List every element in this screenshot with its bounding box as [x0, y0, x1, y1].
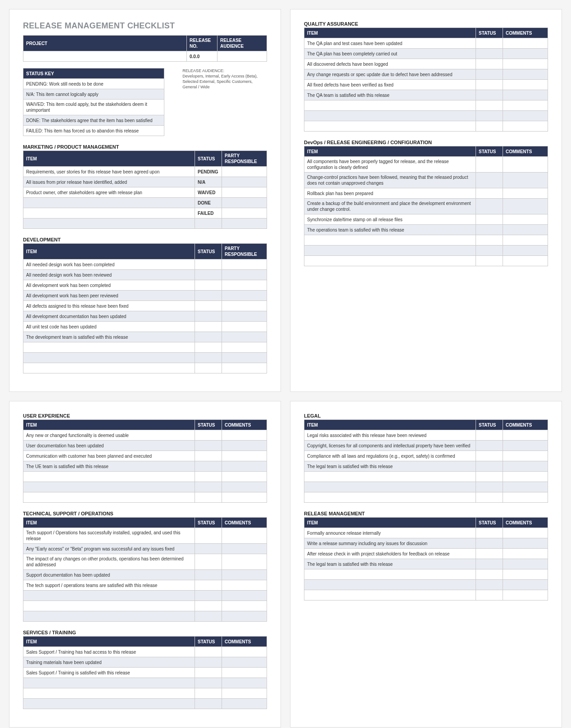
- item-cell[interactable]: Rollback plan has been prepared: [304, 188, 476, 199]
- comments-cell[interactable]: [503, 173, 548, 188]
- status-cell[interactable]: [195, 601, 222, 611]
- party-cell[interactable]: [222, 208, 267, 218]
- comments-cell[interactable]: [503, 528, 548, 538]
- item-cell[interactable]: [304, 580, 476, 590]
- status-cell[interactable]: [476, 430, 503, 441]
- status-cell[interactable]: [195, 291, 222, 301]
- status-cell[interactable]: FAILED: [195, 208, 222, 218]
- comments-cell[interactable]: [503, 482, 548, 492]
- status-cell[interactable]: [476, 111, 503, 121]
- status-cell[interactable]: [476, 538, 503, 549]
- item-cell[interactable]: The impact of any changes on other produ…: [23, 554, 195, 570]
- item-cell[interactable]: All issues from prior release have ident…: [23, 177, 195, 187]
- item-cell[interactable]: [23, 353, 195, 363]
- party-cell[interactable]: [222, 177, 267, 187]
- status-cell[interactable]: [195, 570, 222, 580]
- comments-cell[interactable]: [222, 528, 267, 544]
- comments-cell[interactable]: [503, 569, 548, 580]
- item-cell[interactable]: Any "Early access" or "Beta" program was…: [23, 544, 195, 554]
- item-cell[interactable]: Write a release summary including any is…: [304, 538, 476, 549]
- status-cell[interactable]: [195, 259, 222, 270]
- comments-cell[interactable]: [503, 441, 548, 451]
- party-cell[interactable]: [222, 301, 267, 311]
- item-cell[interactable]: [304, 100, 476, 111]
- status-cell[interactable]: [476, 59, 503, 69]
- item-cell[interactable]: [23, 208, 195, 218]
- comments-cell[interactable]: [503, 188, 548, 199]
- status-cell[interactable]: [195, 678, 222, 688]
- status-cell[interactable]: [195, 668, 222, 678]
- comments-cell[interactable]: [503, 214, 548, 225]
- comments-cell[interactable]: [222, 688, 267, 699]
- item-cell[interactable]: Training materials have been updated: [23, 657, 195, 668]
- item-cell[interactable]: All development documentation has been u…: [23, 311, 195, 322]
- status-cell[interactable]: WAIVED: [195, 187, 222, 198]
- status-cell[interactable]: [195, 270, 222, 280]
- comments-cell[interactable]: [222, 482, 267, 492]
- comments-cell[interactable]: [222, 570, 267, 580]
- status-cell[interactable]: [476, 80, 503, 90]
- party-cell[interactable]: [222, 363, 267, 373]
- item-cell[interactable]: Support documentation has been updated: [23, 570, 195, 580]
- comments-cell[interactable]: [503, 451, 548, 461]
- status-cell[interactable]: [476, 472, 503, 482]
- status-cell[interactable]: [476, 528, 503, 538]
- project-value[interactable]: [23, 51, 187, 62]
- item-cell[interactable]: Any new or changed functionality is deem…: [23, 430, 195, 441]
- status-cell[interactable]: [195, 657, 222, 668]
- status-cell[interactable]: PENDING: [195, 167, 222, 177]
- item-cell[interactable]: [23, 363, 195, 373]
- item-cell[interactable]: The UE team is satisfied with this relea…: [23, 461, 195, 472]
- item-cell[interactable]: The legal team is satisfied with this re…: [304, 559, 476, 569]
- party-cell[interactable]: [222, 353, 267, 363]
- comments-cell[interactable]: [222, 580, 267, 591]
- status-cell[interactable]: [195, 528, 222, 544]
- item-cell[interactable]: [304, 492, 476, 503]
- item-cell[interactable]: [304, 246, 476, 256]
- status-cell[interactable]: [476, 590, 503, 601]
- party-cell[interactable]: [222, 342, 267, 353]
- status-cell[interactable]: [195, 332, 222, 342]
- comments-cell[interactable]: [222, 647, 267, 657]
- status-cell[interactable]: [476, 559, 503, 569]
- status-cell[interactable]: [195, 301, 222, 311]
- comments-cell[interactable]: [503, 199, 548, 214]
- status-cell[interactable]: [195, 492, 222, 503]
- item-cell[interactable]: All needed design work has been complete…: [23, 259, 195, 270]
- item-cell[interactable]: [304, 256, 476, 266]
- status-cell[interactable]: [476, 69, 503, 80]
- party-cell[interactable]: [222, 280, 267, 291]
- status-cell[interactable]: [195, 580, 222, 591]
- comments-cell[interactable]: [503, 225, 548, 235]
- status-cell[interactable]: [195, 430, 222, 441]
- item-cell[interactable]: [304, 111, 476, 121]
- item-cell[interactable]: [23, 688, 195, 699]
- comments-cell[interactable]: [503, 430, 548, 441]
- item-cell[interactable]: User documentation has been updated: [23, 441, 195, 451]
- party-cell[interactable]: [222, 311, 267, 322]
- party-cell[interactable]: [222, 332, 267, 342]
- comments-cell[interactable]: [503, 559, 548, 569]
- item-cell[interactable]: The legal team is satisfied with this re…: [304, 461, 476, 472]
- comments-cell[interactable]: [503, 59, 548, 69]
- status-cell[interactable]: [195, 461, 222, 472]
- status-cell[interactable]: [476, 38, 503, 49]
- comments-cell[interactable]: [503, 69, 548, 80]
- item-cell[interactable]: All components have been properly tagged…: [304, 157, 476, 173]
- comments-cell[interactable]: [503, 461, 548, 472]
- item-cell[interactable]: Tech support / Operations has successful…: [23, 528, 195, 544]
- comments-cell[interactable]: [222, 611, 267, 622]
- status-cell[interactable]: [476, 225, 503, 235]
- status-cell[interactable]: DONE: [195, 198, 222, 208]
- item-cell[interactable]: [23, 601, 195, 611]
- comments-cell[interactable]: [222, 699, 267, 709]
- comments-cell[interactable]: [222, 678, 267, 688]
- item-cell[interactable]: [23, 678, 195, 688]
- status-cell[interactable]: [195, 591, 222, 601]
- status-cell[interactable]: [476, 246, 503, 256]
- status-cell[interactable]: [476, 441, 503, 451]
- item-cell[interactable]: [304, 590, 476, 601]
- item-cell[interactable]: [23, 699, 195, 709]
- item-cell[interactable]: After release check in with project stak…: [304, 549, 476, 559]
- item-cell[interactable]: Create a backup of the build environment…: [304, 199, 476, 214]
